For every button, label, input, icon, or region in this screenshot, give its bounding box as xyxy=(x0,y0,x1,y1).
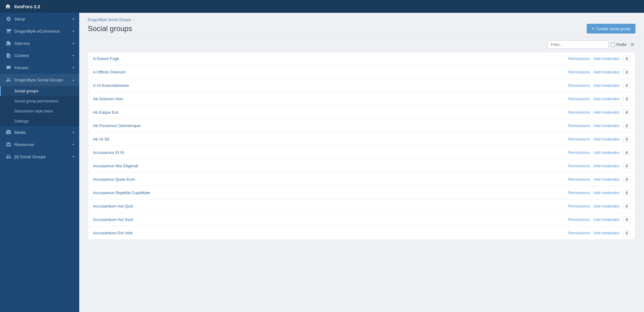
permissions-link[interactable]: Permissions xyxy=(568,56,590,61)
add-moderator-link[interactable]: Add moderator xyxy=(593,217,620,222)
add-moderator-link[interactable]: Add moderator xyxy=(593,164,620,168)
sidebar-item-forums[interactable]: Forums ▾ xyxy=(0,62,79,74)
group-name[interactable]: Accusantium Aut Quis xyxy=(93,204,133,208)
group-name[interactable]: A Dolore Fugit xyxy=(93,56,119,61)
sidebar-item-tl-social[interactable]: [tl] Social Groups ▾ xyxy=(0,151,79,163)
chevron-down-icon3: ▾ xyxy=(73,41,74,45)
chevron-down-icon2: ▾ xyxy=(73,29,74,33)
sidebar-subitem-social-groups[interactable]: Social groups xyxy=(0,86,79,96)
table-row: Accusantium Aut Quis Permissions Add mod… xyxy=(88,200,635,213)
page-title-row: Social groups + Create social group xyxy=(88,24,635,34)
add-moderator-link[interactable]: Add moderator xyxy=(593,97,620,101)
delete-button[interactable] xyxy=(623,150,630,155)
permissions-link[interactable]: Permissions xyxy=(568,110,590,115)
prefix-checkbox-label[interactable]: Prefix xyxy=(611,42,627,47)
group-name[interactable]: Ab Eaque Est xyxy=(93,110,118,115)
group-actions: Permissions Add moderator xyxy=(568,176,630,182)
add-moderator-link[interactable]: Add moderator xyxy=(593,137,620,141)
permissions-link[interactable]: Permissions xyxy=(568,70,590,74)
sidebar-item-resources[interactable]: Resources ▾ xyxy=(0,138,79,151)
group-name[interactable]: Ab Ut Sit xyxy=(93,137,109,141)
permissions-link[interactable]: Permissions xyxy=(568,217,590,222)
chevron-down-icon: ▾ xyxy=(73,17,74,21)
permissions-link[interactable]: Permissions xyxy=(568,231,590,235)
table-row: A Ut Exercitationem Permissions Add mode… xyxy=(88,79,635,92)
group-name[interactable]: Accusamus Quae Eum xyxy=(93,177,135,182)
group-name[interactable]: Accusamus Nisi Eligendi xyxy=(93,164,138,168)
group-actions: Permissions Add moderator xyxy=(568,163,630,169)
chevron-down-icon8: ▾ xyxy=(73,155,74,159)
add-moderator-link[interactable]: Add moderator xyxy=(593,177,620,182)
page-header: DragonByte Social Groups › Social groups… xyxy=(79,13,644,37)
delete-button[interactable] xyxy=(623,69,630,75)
sidebar-subitem-settings[interactable]: Settings xyxy=(0,116,79,126)
delete-button[interactable] xyxy=(623,217,630,222)
group-name[interactable]: A Officiis Dolorum xyxy=(93,70,126,74)
sidebar-item-setup[interactable]: Setup ▾ xyxy=(0,13,79,25)
create-social-group-button[interactable]: + Create social group xyxy=(587,24,635,34)
chevron-down-icon4: ▾ xyxy=(73,54,74,58)
delete-button[interactable] xyxy=(623,123,630,129)
table-row: Accusantium Est Velit Permissions Add mo… xyxy=(88,226,635,239)
sidebar-subitem-permissions[interactable]: Social group permissions xyxy=(0,96,79,106)
permissions-link[interactable]: Permissions xyxy=(568,150,590,155)
puzzle-icon xyxy=(6,41,11,46)
delete-button[interactable] xyxy=(623,163,630,169)
sidebar-subitem-reply-bans[interactable]: Discussion reply bans xyxy=(0,106,79,116)
sidebar-item-content[interactable]: Content ▾ xyxy=(0,49,79,62)
sidebar-item-social-groups[interactable]: DragonByte Social Groups ▴ xyxy=(0,74,79,86)
permissions-link[interactable]: Permissions xyxy=(568,204,590,208)
sidebar-item-media[interactable]: Media ▾ xyxy=(0,126,79,138)
group-actions: Permissions Add moderator xyxy=(568,230,630,236)
table-row: Ab Ut Sit Permissions Add moderator xyxy=(88,133,635,146)
home-icon[interactable] xyxy=(5,3,11,9)
sidebar-label-tl-social: [tl] Social Groups xyxy=(14,154,46,159)
permissions-link[interactable]: Permissions xyxy=(568,97,590,101)
filter-close-button[interactable]: ✕ xyxy=(629,42,635,48)
add-moderator-link[interactable]: Add moderator xyxy=(593,70,620,74)
delete-button[interactable] xyxy=(623,203,630,209)
permissions-link[interactable]: Permissions xyxy=(568,164,590,168)
sidebar-label-forums: Forums xyxy=(14,66,28,70)
group-name[interactable]: Ab Dolorem Non xyxy=(93,97,123,101)
subitem-label-reply-bans: Discussion reply bans xyxy=(14,109,53,113)
breadcrumb-parent[interactable]: DragonByte Social Groups xyxy=(88,18,131,22)
permissions-link[interactable]: Permissions xyxy=(568,123,590,128)
delete-button[interactable] xyxy=(623,176,630,182)
prefix-checkbox[interactable] xyxy=(611,43,615,47)
table-row: Ab Eaque Est Permissions Add moderator xyxy=(88,106,635,119)
permissions-link[interactable]: Permissions xyxy=(568,177,590,182)
delete-button[interactable] xyxy=(623,190,630,196)
camera-icon xyxy=(6,129,11,135)
group-name[interactable]: A Ut Exercitationem xyxy=(93,83,129,88)
sidebar-item-addons[interactable]: Add-ons ▾ xyxy=(0,37,79,49)
add-moderator-link[interactable]: Add moderator xyxy=(593,231,620,235)
permissions-link[interactable]: Permissions xyxy=(568,137,590,141)
permissions-link[interactable]: Permissions xyxy=(568,190,590,195)
sidebar-item-ecommerce[interactable]: DragonByte eCommerce ▾ xyxy=(0,25,79,37)
group-name[interactable]: Ab Possimus Doloremque xyxy=(93,123,141,128)
table-row: Accusamus Nisi Eligendi Permissions Add … xyxy=(88,159,635,173)
delete-button[interactable] xyxy=(623,83,630,88)
group-name[interactable]: Accusamus Repellat Cupiditate xyxy=(93,190,150,195)
delete-button[interactable] xyxy=(623,136,630,142)
add-moderator-link[interactable]: Add moderator xyxy=(593,110,620,115)
add-moderator-link[interactable]: Add moderator xyxy=(593,190,620,195)
group-actions: Permissions Add moderator xyxy=(568,190,630,196)
add-moderator-link[interactable]: Add moderator xyxy=(593,83,620,88)
group-name[interactable]: Accusantium Aut Sunt xyxy=(93,217,133,222)
add-moderator-link[interactable]: Add moderator xyxy=(593,123,620,128)
delete-button[interactable] xyxy=(623,56,630,62)
delete-button[interactable] xyxy=(623,109,630,115)
add-moderator-link[interactable]: Add moderator xyxy=(593,150,620,155)
sidebar-label-setup: Setup xyxy=(14,17,25,21)
group-name[interactable]: Accusantium Est Velit xyxy=(93,231,133,235)
table-row: Ab Dolorem Non Permissions Add moderator xyxy=(88,92,635,106)
filter-input[interactable] xyxy=(548,41,609,49)
permissions-link[interactable]: Permissions xyxy=(568,83,590,88)
group-name[interactable]: Accusamus Et Et xyxy=(93,150,124,155)
add-moderator-link[interactable]: Add moderator xyxy=(593,204,620,208)
add-moderator-link[interactable]: Add moderator xyxy=(593,56,620,61)
delete-button[interactable] xyxy=(623,96,630,102)
delete-button[interactable] xyxy=(623,230,630,236)
